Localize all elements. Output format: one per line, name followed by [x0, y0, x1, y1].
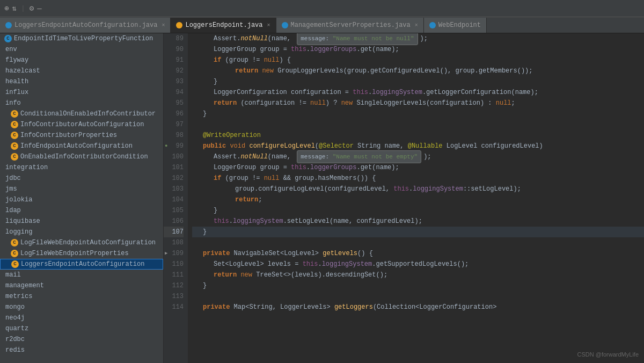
line-num-104: 104 [164, 194, 184, 205]
folder-label: integration [5, 164, 48, 171]
line-num-102: 102 [164, 173, 184, 184]
token-write-op: @WriteOperation [203, 132, 261, 139]
sidebar-item-endpoint-id[interactable]: C EndpointIdTimeToLivePropertyFunction [0, 33, 163, 44]
sidebar-item-mail[interactable]: mail [0, 270, 163, 280]
token-collection: Collection [377, 303, 415, 311]
sidebar-item-health[interactable]: health [0, 76, 163, 87]
token-if2: if [214, 175, 225, 182]
tab-bar: LoggersEndpointAutoConfiguration.java × … [0, 17, 644, 33]
sidebar-item-loggers-endpoint-auto[interactable]: C LoggersEndpointAutoConfiguration [0, 259, 163, 270]
line-num-101: 101 [164, 162, 184, 173]
sidebar-item-info-endpoint-auto[interactable]: C InfoEndpointAutoConfiguration [0, 141, 163, 151]
line-num-91: 91 [164, 55, 184, 66]
tab-close-1[interactable]: × [162, 23, 165, 28]
code-editor: 89 90 91 92 93 94 95 96 97 98 99 ● 100 1… [164, 33, 644, 363]
tab-loggers-endpoint-auto-config[interactable]: LoggersEndpointAutoConfiguration.java × [0, 18, 171, 33]
token-map-type: Map [234, 303, 246, 311]
code-line-95: return (configuration != null) ? new Sin… [192, 98, 644, 108]
sidebar-item-metrics[interactable]: metrics [0, 291, 163, 302]
class-icon: C [11, 153, 18, 161]
folder-label: health [5, 78, 28, 85]
line-numbers: 89 90 91 92 93 94 95 96 97 98 99 ● 100 1… [164, 33, 188, 363]
folder-label: jolokia [5, 196, 32, 204]
sidebar-label: LogFileWebEndpointAutoConfiguration [20, 239, 156, 246]
tab-web-endpoint[interactable]: WebEndpoint [424, 18, 487, 33]
tab-management-server-props[interactable]: ManagementServerProperties.java × [276, 18, 424, 33]
code-line-113 [192, 291, 644, 302]
folder-label: info [5, 99, 21, 107]
sidebar-item-r2dbc[interactable]: r2dbc [0, 334, 163, 345]
token-this-1: this [291, 46, 306, 53]
toolbar-icon-minimize[interactable]: — [37, 4, 41, 13]
code-line-97 [192, 119, 644, 130]
sidebar-item-hazelcast[interactable]: hazelcast [0, 66, 163, 76]
line-num-100: 100 [164, 151, 184, 162]
tab-icon-1 [5, 22, 12, 28]
line-num-95: 95 [164, 98, 184, 108]
line-num-107: 107 [164, 227, 184, 237]
tab-close-3[interactable]: × [415, 23, 418, 28]
sidebar-item-redis[interactable]: redis [0, 345, 163, 355]
tab-loggers-endpoint[interactable]: LoggersEndpoint.java × [171, 18, 276, 33]
token-null3: null [496, 99, 511, 107]
token-string-type: String [357, 142, 384, 150]
sidebar-item-integration[interactable]: integration [0, 162, 163, 173]
sidebar-item-logfile-web-auto[interactable]: C LogFileWebEndpointAutoConfiguration [0, 237, 163, 248]
token-new3: new [240, 271, 256, 279]
line-num-108: 108 [164, 237, 184, 248]
token-loglevel3: LogLevel [229, 260, 260, 268]
sidebar-label: InfoContributorProperties [20, 132, 117, 139]
token-new2: new [341, 99, 357, 107]
token-loggergroups: loggerGroups [310, 46, 356, 53]
code-line-105: } [192, 205, 644, 216]
token-assert: Assert. [214, 35, 240, 42]
toolbar-icon-sort[interactable]: ⇅ [12, 4, 16, 13]
sidebar-item-conditional-info[interactable]: C ConditionalOnEnabledInfoContributor [0, 108, 163, 119]
sidebar-item-info-contributor-auto[interactable]: C InfoContributorAutoConfiguration [0, 119, 163, 130]
token-loglevel2: LogLevel [284, 250, 315, 257]
sidebar-item-on-enabled-info[interactable]: C OnEnabledInfoContributorCondition [0, 151, 163, 162]
sidebar-item-info[interactable]: info [0, 98, 163, 108]
sidebar-item-neo4j[interactable]: neo4j [0, 313, 163, 323]
line-num-105: 105 [164, 205, 184, 216]
sidebar-item-jms[interactable]: jms [0, 184, 163, 194]
toolbar-separator: | [21, 4, 25, 12]
token-notnull: notNull [240, 35, 267, 42]
sidebar-item-info-contributor-props[interactable]: C InfoContributorProperties [0, 130, 163, 141]
sidebar-label: EndpointIdTimeToLivePropertyFunction [14, 35, 153, 42]
token-group-logger-levels: GroupLoggerLevels [277, 67, 343, 75]
token-logging-system: loggingSystem [372, 89, 422, 96]
sidebar-item-jolokia[interactable]: jolokia [0, 194, 163, 205]
code-line-100: Assert.notNull(name, message: "Name must… [192, 151, 644, 162]
sidebar-item-logfile-web-props[interactable]: C LogFileWebEndpointProperties [0, 248, 163, 259]
token-assert2: Assert. [214, 153, 240, 161]
sidebar: C EndpointIdTimeToLivePropertyFunction e… [0, 33, 164, 363]
token-new1: new [262, 67, 277, 75]
folder-label: env [5, 46, 17, 53]
folder-label: influx [5, 89, 28, 96]
folder-label: management [5, 282, 44, 289]
tab-icon-2 [176, 22, 182, 28]
sidebar-item-influx[interactable]: influx [0, 87, 163, 98]
sidebar-item-flyway[interactable]: flyway [0, 55, 163, 66]
folder-label: jms [5, 185, 17, 193]
tab-label-4: WebEndpoint [438, 21, 481, 29]
sidebar-item-quartz[interactable]: quartz [0, 323, 163, 334]
code-lines: Assert.notNull(name, message: "Name must… [188, 33, 644, 363]
tab-close-2[interactable]: × [267, 23, 270, 28]
toolbar-icon-sync[interactable]: ⊕ [4, 4, 9, 13]
sidebar-item-logging[interactable]: logging [0, 227, 163, 237]
token-void: void [230, 142, 249, 150]
toolbar-icon-settings[interactable]: ⚙ [30, 4, 34, 13]
code-line-92: return new GroupLoggerLevels(group.getCo… [192, 66, 644, 76]
sidebar-item-management[interactable]: management [0, 280, 163, 291]
token-loglevel-type: LogLevel [447, 142, 481, 150]
sidebar-item-env[interactable]: env [0, 44, 163, 55]
sidebar-item-jdbc[interactable]: jdbc [0, 173, 163, 184]
code-line-110: Set<LogLevel> levels = this.loggingSyste… [192, 259, 644, 270]
sidebar-item-liquibase[interactable]: liquibase [0, 216, 163, 227]
line-num-99: 99 ● [164, 141, 184, 151]
sidebar-item-ldap[interactable]: ldap [0, 205, 163, 216]
sidebar-item-mongo[interactable]: mongo [0, 302, 163, 313]
token-private2: private [203, 303, 234, 311]
